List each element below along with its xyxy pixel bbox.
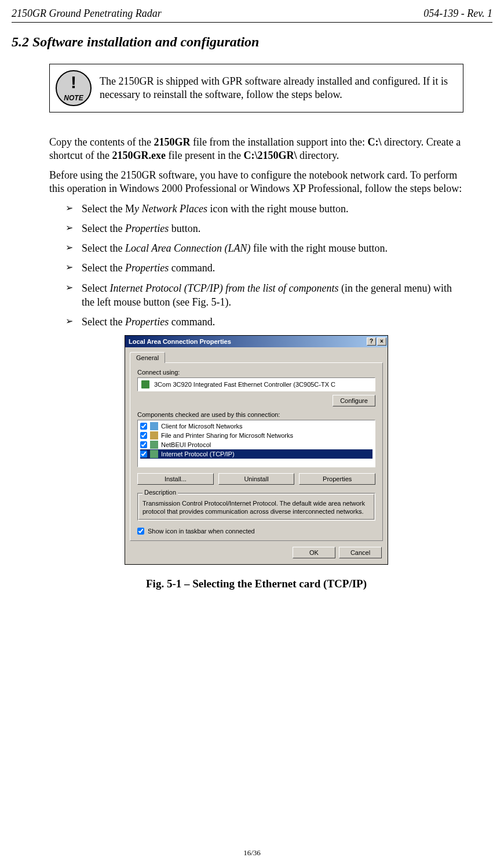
component-row-fileprint[interactable]: File and Printer Sharing for Microsoft N…	[140, 431, 372, 440]
close-button[interactable]: ×	[377, 337, 386, 346]
components-label: Components checked are used by this conn…	[137, 411, 375, 418]
component-row-netbeui[interactable]: NetBEUI Protocol	[140, 440, 372, 449]
component-row-client[interactable]: Client for Microsoft Networks	[140, 422, 372, 431]
description-legend: Description	[143, 489, 178, 496]
tab-panel-general: Connect using: 3Com 3C920 Integrated Fas…	[130, 362, 383, 542]
description-text: Transmission Control Protocol/Internet P…	[143, 499, 370, 516]
adapter-name: 3Com 3C920 Integrated Fast Ethernet Cont…	[154, 381, 335, 388]
header-rule	[12, 22, 492, 23]
show-icon-checkbox[interactable]	[137, 528, 144, 535]
properties-button[interactable]: Properties	[299, 473, 375, 485]
header-left: 2150GR Ground Penetrating Radar	[12, 8, 162, 20]
step-3: Select the Local Area Connection (LAN) f…	[65, 241, 463, 255]
steps-list: Select the My Network Places icon with t…	[49, 202, 463, 329]
note-icon: ! NOTE	[56, 70, 92, 106]
tcpip-icon	[150, 450, 158, 458]
page-number: 16/36	[0, 848, 504, 858]
connect-using-label: Connect using:	[137, 369, 375, 376]
checkbox-tcpip[interactable]	[140, 451, 147, 457]
note-label: NOTE	[57, 94, 90, 102]
dialog-titlebar[interactable]: Local Area Connection Properties ? ×	[125, 336, 388, 347]
client-icon	[150, 422, 158, 430]
help-button[interactable]: ?	[367, 337, 376, 346]
description-group: Description Transmission Control Protoco…	[137, 493, 375, 521]
protocol-icon	[150, 441, 158, 449]
cancel-button[interactable]: Cancel	[339, 547, 382, 558]
paragraph-before: Before using the 2150GR software, you ha…	[49, 169, 463, 196]
lan-properties-dialog: Local Area Connection Properties ? × Gen…	[125, 335, 388, 565]
step-5: Select Internet Protocol (TCP/IP) from t…	[65, 281, 463, 310]
note-callout: ! NOTE The 2150GR is shipped with GPR so…	[49, 64, 463, 112]
paragraph-copy: Copy the contents of the 2150GR file fro…	[49, 136, 463, 163]
adapter-field[interactable]: 3Com 3C920 Integrated Fast Ethernet Cont…	[137, 377, 375, 391]
figure-caption: Fig. 5-1 – Selecting the Ethernet card (…	[49, 578, 463, 590]
section-heading: 5.2 Software installation and configurat…	[12, 34, 492, 50]
step-6: Select the Properties command.	[65, 315, 463, 329]
uninstall-button[interactable]: Uninstall	[218, 473, 295, 485]
components-list[interactable]: Client for Microsoft Networks File and P…	[137, 420, 375, 467]
install-button[interactable]: Install...	[137, 473, 214, 485]
note-text: The 2150GR is shipped with GPR software …	[100, 75, 458, 102]
header-right: 054-139 - Rev. 1	[423, 8, 492, 20]
checkbox-client[interactable]	[140, 423, 147, 430]
component-row-tcpip[interactable]: Internet Protocol (TCP/IP)	[140, 449, 372, 459]
checkbox-fileprint[interactable]	[140, 432, 147, 439]
tab-general[interactable]: General	[130, 352, 165, 363]
ok-button[interactable]: OK	[293, 547, 335, 558]
step-1: Select the My Network Places icon with t…	[65, 202, 463, 216]
page-header: 2150GR Ground Penetrating Radar 054-139 …	[12, 8, 492, 20]
show-icon-label: Show icon in taskbar when connected	[148, 528, 255, 535]
share-icon	[150, 431, 158, 440]
checkbox-netbeui[interactable]	[140, 441, 147, 448]
configure-button[interactable]: Configure	[333, 395, 375, 406]
step-2: Select the Properties button.	[65, 221, 463, 235]
dialog-title: Local Area Connection Properties	[129, 338, 231, 345]
adapter-icon	[141, 380, 149, 388]
show-icon-row[interactable]: Show icon in taskbar when connected	[137, 528, 375, 535]
exclamation-icon: !	[57, 72, 90, 92]
step-4: Select the Properties command.	[65, 261, 463, 275]
